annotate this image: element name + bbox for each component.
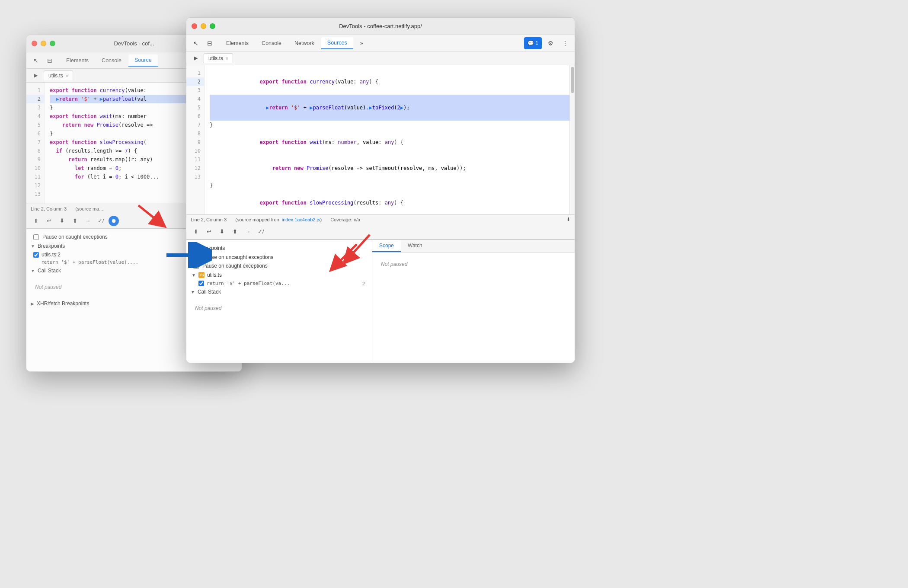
bp-section-label-front: Breakpoints: [198, 245, 225, 251]
tab-console-front[interactable]: Console: [256, 38, 288, 49]
bottom-panel-front: ▼ Breakpoints Pause on uncaught exceptio…: [186, 240, 575, 363]
callstack-header-front[interactable]: ▼ Call Stack: [186, 287, 372, 297]
more-icon-front[interactable]: ⋮: [559, 37, 571, 49]
tab-console-bg[interactable]: Console: [96, 55, 128, 66]
cs-label-bg: Call Stack: [38, 268, 61, 274]
dbg-stepover-front[interactable]: ↩: [204, 227, 214, 237]
dbg-step-into-bg[interactable]: ⬇: [57, 216, 67, 226]
devtools-tabs-front: ↖ ⊟ Elements Console Network Sources » 💬…: [186, 35, 575, 51]
gear-icon-front[interactable]: ⚙: [544, 37, 556, 49]
line-num-5-bg: 5: [26, 121, 44, 129]
ln-2-f: 2: [186, 77, 204, 86]
dbg-continue-front[interactable]: →: [243, 227, 253, 237]
close-button-front[interactable]: [192, 23, 197, 29]
dbg-next-bg[interactable]: →: [83, 216, 93, 226]
bp-cb-front[interactable]: [198, 281, 204, 286]
layers-icon-bg[interactable]: ⊟: [44, 54, 56, 67]
window-title-front: DevTools - coffee-cart.netlify.app/: [339, 23, 422, 29]
dbg-deactivate-front[interactable]: ✓/: [256, 227, 266, 237]
file-tab-close-front[interactable]: ×: [226, 56, 228, 61]
download-icon-front[interactable]: ⬇: [566, 217, 570, 222]
close-button-bg[interactable]: [32, 41, 37, 46]
dbg-pause-front[interactable]: ⏸: [191, 227, 201, 237]
pause-caught-cb-front[interactable]: [193, 263, 199, 269]
cl-7-f: }: [210, 181, 569, 190]
cs-not-paused-front: Not paused: [186, 297, 372, 320]
utils-group-header[interactable]: ▼ TS utils.ts: [186, 270, 372, 280]
pause-uncaught-row: Pause on uncaught exceptions: [186, 253, 372, 262]
tab-scope-front[interactable]: Scope: [372, 240, 401, 252]
minimize-button-bg[interactable]: [41, 41, 46, 46]
source-map-link[interactable]: index.1ac4eab2.js: [282, 217, 320, 222]
file-tab-utils-front[interactable]: utils.ts ×: [204, 53, 233, 63]
pause-caught-checkbox-bg[interactable]: [33, 234, 39, 240]
bp-file-bg: utils.ts:2: [42, 252, 61, 258]
dbg-deactivate-bg[interactable]: ✓/: [96, 216, 106, 226]
status-pos-front: Line 2, Column 3: [191, 217, 227, 222]
ln-5-f: 5: [186, 103, 204, 112]
file-tab-name-front: utils.ts: [208, 55, 223, 61]
xhr-arrow-bg: ▶: [31, 301, 34, 306]
comment-icon-front[interactable]: 💬 1: [524, 37, 542, 49]
ln-4-f: 4: [186, 95, 204, 103]
line-num-6-bg: 6: [26, 129, 44, 138]
traffic-lights-bg[interactable]: [32, 41, 55, 46]
scroll-thumb-front[interactable]: [571, 67, 574, 93]
utils-file-label: utils.ts: [207, 272, 222, 278]
traffic-lights-front[interactable]: [192, 23, 215, 29]
secondary-toolbar-front: ▶ utils.ts ×: [186, 51, 575, 65]
file-tab-utils-bg[interactable]: utils.ts ×: [44, 70, 73, 80]
line-num-12-bg: 12: [26, 181, 44, 190]
file-tab-name-bg: utils.ts: [48, 73, 63, 79]
pause-uncaught-cb[interactable]: [193, 255, 199, 260]
line-numbers-bg: 1 2 3 4 5 6 7 8 9 10 11 12 13: [26, 83, 45, 204]
bp-section-front[interactable]: ▼ Breakpoints: [186, 243, 372, 253]
tab-sources-front[interactable]: Sources: [321, 37, 353, 49]
dbg-step-out-bg[interactable]: ⬆: [70, 216, 80, 226]
tab-elements-front[interactable]: Elements: [220, 38, 255, 49]
ln-1-f: 1: [186, 69, 204, 77]
dbg-stepout-front[interactable]: ⬆: [230, 227, 240, 237]
ln-12-f: 12: [186, 164, 204, 173]
tab-watch-front[interactable]: Watch: [401, 240, 429, 252]
tab-sources-bg[interactable]: Source: [128, 54, 158, 67]
line-num-10-bg: 10: [26, 164, 44, 173]
play-icon-bg[interactable]: ▶: [30, 70, 42, 82]
pause-caught-row-front: Pause on caught exceptions: [186, 262, 372, 270]
dbg-stepinto-front[interactable]: ⬇: [217, 227, 227, 237]
code-area-front: 1 2 3 4 5 6 7 8 9 10 11 12 13: [186, 65, 575, 214]
play-icon-front[interactable]: ▶: [190, 52, 202, 64]
ln-10-f: 10: [186, 147, 204, 155]
bp-arrow-bg: ▼: [31, 244, 35, 249]
ln-6-f: 6: [186, 112, 204, 121]
bp-code-front: return '$' + parseFloat(va...: [207, 281, 290, 286]
bp-checkbox-bg[interactable]: [33, 252, 39, 258]
tab-more-front[interactable]: »: [354, 38, 369, 49]
layers-icon-front[interactable]: ⊟: [204, 37, 216, 49]
status-source-bg: (source ma...: [75, 206, 103, 211]
minimize-button-front[interactable]: [201, 23, 206, 29]
cursor-icon-front[interactable]: ↖: [190, 37, 202, 49]
right-panel-front: Scope Watch Not paused: [372, 240, 575, 363]
dbg-step-over-bg[interactable]: ↩: [44, 216, 54, 226]
left-panel-front: ▼ Breakpoints Pause on uncaught exceptio…: [186, 240, 372, 363]
dbg-active-bg[interactable]: ⏺: [109, 216, 119, 226]
dbg-pause-bg[interactable]: ⏸: [31, 216, 41, 226]
line-num-3-bg: 3: [26, 103, 44, 112]
breakpoint-front: return '$' + parseFloat(va... 2: [186, 280, 372, 287]
maximize-button-bg[interactable]: [50, 41, 55, 46]
utils-group-arrow: ▼: [192, 273, 196, 278]
cs-label-front: Call Stack: [198, 289, 221, 295]
cs-arrow-front: ▼: [191, 290, 195, 294]
ln-3-f: 3: [186, 86, 204, 95]
bp-label-bg: Breakpoints: [38, 243, 65, 249]
cursor-icon-bg[interactable]: ↖: [30, 54, 42, 67]
maximize-button-front[interactable]: [210, 23, 215, 29]
file-tab-close-bg[interactable]: ×: [66, 74, 68, 78]
tab-elements-bg[interactable]: Elements: [60, 55, 95, 66]
tab-network-front[interactable]: Network: [288, 38, 320, 49]
scrollbar-front[interactable]: [569, 65, 575, 214]
ln-13-f: 13: [186, 173, 204, 181]
scope-tabs-front: Scope Watch: [372, 240, 575, 252]
ln-9-f: 9: [186, 138, 204, 147]
